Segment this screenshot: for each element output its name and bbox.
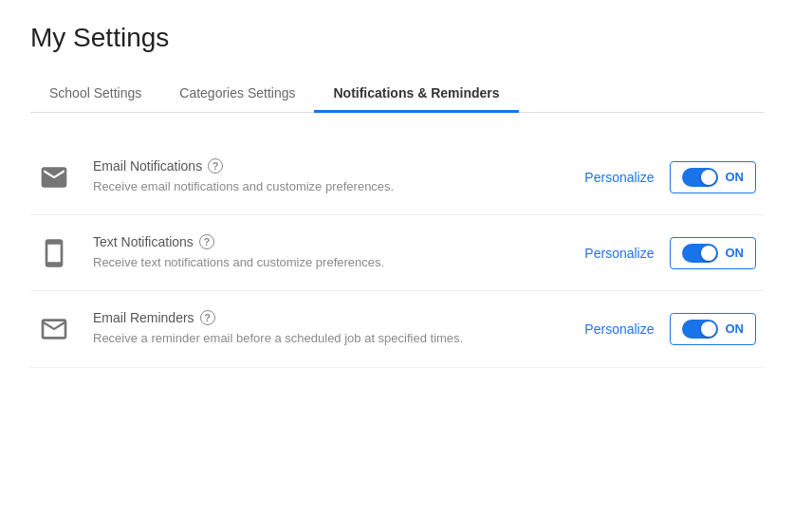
email-notifications-toggle-thumb (701, 170, 716, 185)
tabs-container: School Settings Categories Settings Noti… (30, 76, 764, 113)
tab-notifications-reminders[interactable]: Notifications & Reminders (314, 76, 518, 113)
email-notifications-toggle[interactable] (682, 168, 718, 187)
text-notifications-help-icon[interactable]: ? (199, 234, 214, 249)
email-reminders-toggle-box[interactable]: ON (670, 313, 757, 345)
text-notifications-desc: Receive text notifications and customize… (93, 254, 584, 271)
email-notifications-icon (30, 162, 78, 193)
email-notifications-personalize[interactable]: Personalize (584, 170, 654, 185)
page-title: My Settings (30, 23, 764, 53)
email-reminders-help-icon[interactable]: ? (200, 310, 215, 325)
text-notifications-actions: Personalize ON (584, 237, 764, 269)
setting-row-text-notifications: Text Notifications ? Receive text notifi… (30, 215, 764, 291)
tab-categories-settings[interactable]: Categories Settings (160, 76, 314, 113)
setting-row-email-notifications: Email Notifications ? Receive email noti… (30, 139, 764, 215)
email-reminders-toggle-label: ON (726, 321, 745, 336)
text-notifications-toggle-thumb (701, 246, 716, 261)
text-notifications-icon (30, 238, 78, 268)
email-reminders-toggle[interactable] (682, 320, 718, 339)
text-notifications-content: Text Notifications ? Receive text notifi… (93, 234, 584, 271)
text-notifications-toggle-box[interactable]: ON (670, 237, 757, 269)
email-reminders-toggle-thumb (701, 321, 716, 337)
text-notifications-title: Text Notifications ? (93, 234, 584, 249)
text-notifications-toggle[interactable] (682, 244, 718, 263)
email-notifications-title: Email Notifications ? (93, 158, 584, 174)
email-notifications-content: Email Notifications ? Receive email noti… (93, 158, 584, 195)
email-reminders-title: Email Reminders ? (93, 310, 584, 325)
email-notifications-toggle-box[interactable]: ON (670, 161, 757, 193)
email-reminders-content: Email Reminders ? Receive a reminder ema… (93, 310, 584, 347)
tab-school-settings[interactable]: School Settings (30, 76, 160, 113)
email-notifications-toggle-label: ON (726, 170, 745, 184)
email-notifications-desc: Receive email notifications and customiz… (93, 178, 584, 195)
text-notifications-toggle-label: ON (726, 246, 745, 260)
email-reminders-personalize[interactable]: Personalize (584, 321, 654, 337)
email-reminders-actions: Personalize ON (584, 313, 764, 345)
email-notifications-help-icon[interactable]: ? (208, 158, 223, 174)
settings-list: Email Notifications ? Receive email noti… (30, 139, 764, 368)
email-reminders-desc: Receive a reminder email before a schedu… (93, 330, 584, 347)
setting-row-email-reminders: Email Reminders ? Receive a reminder ema… (30, 291, 764, 367)
text-notifications-personalize[interactable]: Personalize (584, 246, 654, 261)
email-notifications-actions: Personalize ON (584, 161, 764, 193)
email-reminders-icon (30, 314, 78, 344)
